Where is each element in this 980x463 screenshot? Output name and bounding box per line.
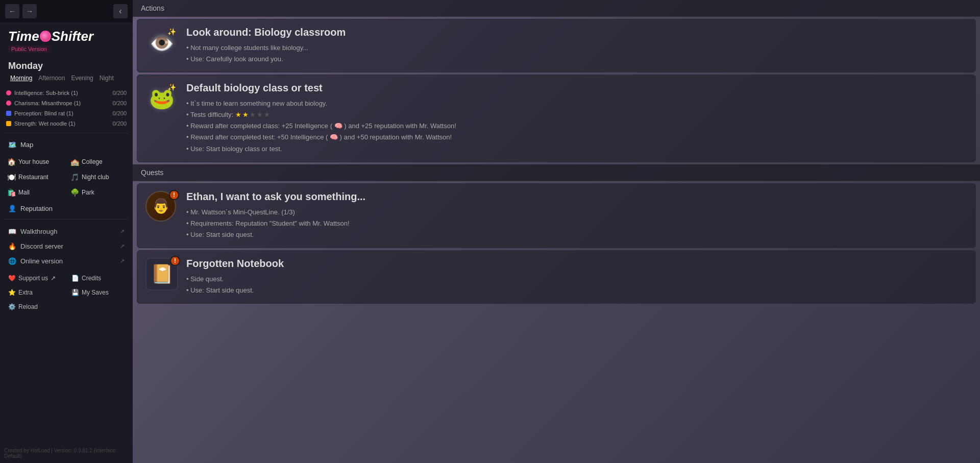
forgotten-notebook-card[interactable]: 📔 ! Forgotten Notebook Side quest. Use: … bbox=[137, 250, 976, 304]
location-night-club[interactable]: 🎵 Night club bbox=[67, 170, 129, 184]
map-icon: 🗺️ bbox=[8, 141, 16, 149]
discord-external-icon: ↗ bbox=[120, 243, 125, 250]
extra-button[interactable]: ⭐ Extra bbox=[4, 286, 65, 299]
restaurant-icon: 🍽️ bbox=[7, 173, 16, 181]
ethan-quest-card[interactable]: 👨 ! Ethan, I want to ask you something..… bbox=[137, 183, 976, 248]
biology-class-card[interactable]: 🐸 ✨ Default biology class or test It`s t… bbox=[137, 75, 976, 162]
divider-2 bbox=[4, 219, 129, 220]
stat-strength: Strength: Wet noodle (1) 0/200 bbox=[4, 119, 129, 128]
locations-grid: 🏠 Your house 🏫 College 🍽️ Restaurant 🎵 N… bbox=[0, 153, 133, 201]
credits-button[interactable]: 📄 Credits bbox=[67, 272, 129, 284]
location-college[interactable]: 🏫 College bbox=[67, 155, 129, 168]
look-around-title: Look around: Biology classroom bbox=[186, 27, 967, 38]
stat-label-strength: Strength: Wet noodle (1) bbox=[14, 120, 76, 127]
stat-perception: Perception: Blind rat (1) 0/200 bbox=[4, 109, 129, 117]
walkthrough-label: Walkthrough bbox=[20, 228, 58, 235]
notebook-title: Forgotten Notebook bbox=[186, 258, 967, 270]
notebook-desc-2: Use: Start side quest. bbox=[186, 285, 967, 296]
reputation-button[interactable]: 👤 Reputation bbox=[4, 202, 129, 215]
look-around-icon-wrap: 👁️ ✨ bbox=[145, 27, 178, 59]
night-club-label: Night club bbox=[82, 174, 109, 181]
reload-button[interactable]: ⚙️ Reload bbox=[4, 301, 129, 313]
map-label: Map bbox=[20, 141, 33, 149]
stat-charisma: Charisma: Misanthrope (1) 0/200 bbox=[4, 99, 129, 107]
biology-sparkle-icon: ✨ bbox=[167, 83, 176, 91]
biology-desc-reward-test: Reward after completed test: +50 Intelli… bbox=[186, 132, 967, 143]
location-mall[interactable]: 🛍️ Mall bbox=[4, 186, 65, 199]
discord-label: Discord server bbox=[20, 242, 63, 250]
stat-value-perception: 0/200 bbox=[112, 110, 127, 116]
support-us-button[interactable]: ❤️ Support us ↗ bbox=[4, 272, 65, 284]
location-restaurant[interactable]: 🍽️ Restaurant bbox=[4, 170, 65, 184]
reputation-icon: 👤 bbox=[8, 205, 16, 212]
online-external-icon: ↗ bbox=[120, 258, 125, 264]
location-your-house[interactable]: 🏠 Your house bbox=[4, 155, 65, 168]
extra-icon: ⭐ bbox=[8, 289, 16, 296]
tab-afternoon[interactable]: Afternoon bbox=[36, 74, 67, 83]
star-5: ★ bbox=[264, 109, 270, 120]
map-button[interactable]: 🗺️ Map bbox=[4, 138, 129, 151]
stat-label-perception: Perception: Blind rat (1) bbox=[14, 110, 74, 116]
stat-dot-charisma bbox=[6, 101, 11, 106]
support-external-icon: ↗ bbox=[51, 275, 56, 282]
star-1: ★ bbox=[235, 109, 241, 120]
my-saves-button[interactable]: 💾 My Saves bbox=[67, 286, 129, 299]
back-button[interactable]: ← bbox=[5, 4, 19, 18]
quests-header: Quests bbox=[133, 164, 980, 181]
logo: T ime Shifter bbox=[8, 29, 93, 44]
look-around-card[interactable]: 👁️ ✨ Look around: Biology classroom Not … bbox=[137, 19, 976, 72]
reload-icon: ⚙️ bbox=[8, 303, 16, 310]
discord-icon: 🔥 bbox=[8, 242, 16, 250]
location-park[interactable]: 🌳 Park bbox=[67, 186, 129, 199]
collapse-button[interactable]: ‹ bbox=[113, 4, 128, 18]
main-content: Actions 👁️ ✨ Look around: Biology classr… bbox=[133, 0, 980, 463]
notebook-content: Forgotten Notebook Side quest. Use: Star… bbox=[186, 258, 967, 296]
stat-label-intelligence: Intelligence: Sub-brick (1) bbox=[14, 90, 78, 96]
your-house-label: Your house bbox=[18, 158, 49, 165]
look-around-desc: Not many college students like biology..… bbox=[186, 42, 967, 65]
logo-area: T ime Shifter Public Version bbox=[0, 22, 133, 57]
walkthrough-link[interactable]: 📖 Walkthrough ↗ bbox=[4, 225, 129, 238]
stat-dot-perception bbox=[6, 111, 11, 116]
night-club-icon: 🎵 bbox=[70, 173, 79, 181]
college-label: College bbox=[82, 158, 103, 165]
your-house-icon: 🏠 bbox=[7, 158, 16, 166]
logo-circle bbox=[40, 31, 51, 42]
look-around-sparkle-icon: ✨ bbox=[167, 28, 176, 36]
divider-1 bbox=[4, 133, 129, 133]
ethan-desc: Mr. Wattson`s Mini-QuestLine. (1/3) Requ… bbox=[186, 207, 967, 240]
biology-desc-reward-class: Reward after completed class: +25 Intell… bbox=[186, 120, 967, 132]
tab-morning[interactable]: Morning bbox=[8, 74, 34, 83]
tab-evening[interactable]: Evening bbox=[69, 74, 95, 83]
biology-desc-difficulty: Tests difficulty: ★ ★ ★ ★ ★ bbox=[186, 109, 967, 120]
stat-label-charisma: Charisma: Misanthrope (1) bbox=[14, 100, 81, 106]
look-around-content: Look around: Biology classroom Not many … bbox=[186, 27, 967, 65]
stat-intelligence: Intelligence: Sub-brick (1) 0/200 bbox=[4, 89, 129, 97]
star-4: ★ bbox=[257, 109, 263, 120]
biology-title: Default biology class or test bbox=[186, 82, 967, 94]
forward-button[interactable]: → bbox=[22, 4, 37, 18]
credits-label: Credits bbox=[82, 275, 101, 282]
park-label: Park bbox=[82, 189, 94, 196]
sidebar: ← → ‹ T ime Shifter Public Version Monda… bbox=[0, 0, 133, 463]
college-icon: 🏫 bbox=[70, 158, 79, 166]
mall-icon: 🛍️ bbox=[7, 188, 16, 197]
ethan-desc-1: Mr. Wattson`s Mini-QuestLine. (1/3) bbox=[186, 207, 967, 218]
discord-link[interactable]: 🔥 Discord server ↗ bbox=[4, 239, 129, 253]
sidebar-links: 📖 Walkthrough ↗ 🔥 Discord server ↗ 🌐 Onl… bbox=[0, 223, 133, 270]
tab-night[interactable]: Night bbox=[97, 74, 116, 83]
ethan-avatar: 👨 ! bbox=[145, 191, 178, 224]
online-version-icon: 🌐 bbox=[8, 257, 16, 265]
online-version-label: Online version bbox=[20, 257, 63, 265]
restaurant-label: Restaurant bbox=[18, 174, 48, 181]
ethan-quest-badge: ! bbox=[169, 190, 179, 200]
reload-label: Reload bbox=[18, 303, 38, 310]
notebook-quest-badge: ! bbox=[170, 256, 180, 266]
reputation-label: Reputation bbox=[20, 205, 53, 212]
ethan-desc-2: Requirements: Reputation "Student" with … bbox=[186, 218, 967, 229]
support-icon: ❤️ bbox=[8, 275, 16, 282]
time-tabs: Morning Afternoon Evening Night bbox=[0, 74, 133, 87]
stat-value-charisma: 0/200 bbox=[112, 100, 127, 106]
online-version-link[interactable]: 🌐 Online version ↗ bbox=[4, 254, 129, 268]
difficulty-stars: ★ ★ ★ ★ ★ bbox=[235, 109, 270, 120]
